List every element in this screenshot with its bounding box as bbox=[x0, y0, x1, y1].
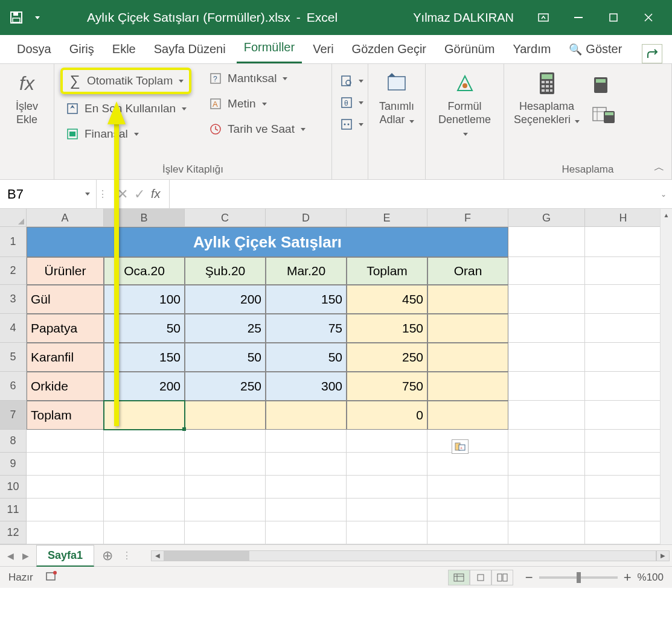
product-name[interactable]: Gül bbox=[27, 285, 104, 314]
cell[interactable] bbox=[427, 521, 508, 544]
ratio-cell[interactable] bbox=[427, 314, 508, 343]
cell[interactable] bbox=[585, 372, 662, 401]
cell[interactable] bbox=[266, 453, 347, 476]
logical-button[interactable]: ? Mantıksal bbox=[203, 68, 310, 89]
scroll-right-icon[interactable]: ▶ bbox=[656, 550, 670, 561]
autosum-button[interactable]: ∑ Otomatik Toplam bbox=[60, 68, 191, 94]
cell[interactable] bbox=[104, 430, 185, 453]
title-cell[interactable]: Aylık Çiçek Satışları bbox=[27, 227, 508, 257]
cell[interactable] bbox=[27, 430, 104, 453]
header-feb[interactable]: Şub.20 bbox=[185, 257, 266, 285]
cell[interactable] bbox=[347, 499, 427, 521]
cell[interactable] bbox=[427, 476, 508, 499]
data-cell[interactable]: 250 bbox=[185, 372, 266, 401]
name-box-resize[interactable]: ⋮ bbox=[97, 188, 109, 200]
cell[interactable] bbox=[585, 499, 662, 521]
name-box[interactable]: B7 bbox=[0, 180, 97, 208]
cell[interactable] bbox=[585, 343, 662, 372]
column-header-D[interactable]: D bbox=[266, 209, 347, 227]
math-button[interactable]: θ bbox=[338, 92, 362, 113]
cell[interactable] bbox=[585, 257, 662, 285]
total-mar[interactable] bbox=[266, 401, 347, 430]
cell[interactable] bbox=[347, 476, 427, 499]
cell[interactable] bbox=[508, 499, 585, 521]
row-header-1[interactable]: 1 bbox=[0, 227, 27, 257]
ratio-cell[interactable] bbox=[427, 372, 508, 401]
cell[interactable] bbox=[427, 499, 508, 521]
calc-options-button[interactable]: Hesaplama Seçenekleri bbox=[510, 68, 583, 129]
row-header-11[interactable]: 11 bbox=[0, 499, 27, 521]
data-cell[interactable]: 50 bbox=[104, 314, 185, 343]
cell[interactable] bbox=[585, 453, 662, 476]
product-name[interactable]: Orkide bbox=[27, 372, 104, 401]
save-icon[interactable] bbox=[6, 8, 27, 27]
data-cell[interactable]: 50 bbox=[185, 343, 266, 372]
header-total[interactable]: Toplam bbox=[347, 257, 427, 285]
formula-input[interactable] bbox=[170, 180, 655, 208]
sheet-tab-1[interactable]: Sayfa1 bbox=[36, 545, 94, 567]
header-ratio[interactable]: Oran bbox=[427, 257, 508, 285]
total-cell[interactable]: 750 bbox=[347, 372, 427, 401]
tab-search[interactable]: 🔍Göster bbox=[562, 36, 629, 63]
grand-total[interactable]: 0 bbox=[347, 401, 427, 430]
expand-formula-bar-button[interactable]: ⌄ bbox=[655, 190, 672, 199]
cell[interactable] bbox=[508, 257, 585, 285]
close-button[interactable] bbox=[631, 0, 666, 35]
collapse-ribbon-button[interactable]: ︿ bbox=[654, 160, 665, 174]
datetime-button[interactable]: Tarih ve Saat bbox=[203, 118, 310, 140]
row-header-7[interactable]: 7 bbox=[0, 401, 27, 430]
scroll-track[interactable] bbox=[164, 550, 656, 561]
column-header-B[interactable]: B bbox=[104, 209, 185, 227]
tab-formulas[interactable]: Formüller bbox=[237, 34, 302, 63]
cell[interactable] bbox=[266, 430, 347, 453]
total-cell[interactable]: 250 bbox=[347, 343, 427, 372]
scroll-thumb[interactable] bbox=[165, 551, 249, 561]
cell[interactable] bbox=[508, 372, 585, 401]
cell[interactable] bbox=[266, 499, 347, 521]
cell[interactable] bbox=[585, 476, 662, 499]
cell[interactable] bbox=[585, 314, 662, 343]
page-break-view-button[interactable] bbox=[491, 570, 513, 585]
row-header-9[interactable]: 9 bbox=[0, 453, 27, 476]
total-ratio[interactable] bbox=[427, 401, 508, 430]
cell[interactable] bbox=[508, 453, 585, 476]
cell[interactable] bbox=[185, 521, 266, 544]
minimize-button[interactable] bbox=[561, 0, 596, 35]
product-name[interactable]: Karanfil bbox=[27, 343, 104, 372]
column-header-F[interactable]: F bbox=[427, 209, 508, 227]
enter-icon[interactable]: ✓ bbox=[134, 186, 145, 202]
financial-button[interactable]: Finansal bbox=[60, 123, 191, 145]
tab-split-handle[interactable]: ⋮ bbox=[117, 550, 136, 561]
row-header-6[interactable]: 6 bbox=[0, 372, 27, 401]
tab-review[interactable]: Gözden Geçir bbox=[345, 36, 434, 63]
calc-now-button[interactable] bbox=[592, 76, 616, 97]
cell[interactable] bbox=[27, 453, 104, 476]
cell[interactable] bbox=[185, 499, 266, 521]
row-header-12[interactable]: 12 bbox=[0, 521, 27, 544]
data-cell[interactable]: 25 bbox=[185, 314, 266, 343]
macro-record-button[interactable] bbox=[45, 570, 59, 584]
cell[interactable] bbox=[347, 521, 427, 544]
normal-view-button[interactable] bbox=[448, 570, 470, 585]
product-name[interactable]: Papatya bbox=[27, 314, 104, 343]
cell[interactable] bbox=[508, 521, 585, 544]
cell[interactable] bbox=[508, 285, 585, 314]
column-header-A[interactable]: A bbox=[27, 209, 104, 227]
tab-insert[interactable]: Ekle bbox=[105, 36, 143, 63]
next-sheet-button[interactable]: ▶ bbox=[22, 551, 29, 561]
selected-cell-b7[interactable] bbox=[104, 401, 185, 430]
column-header-H[interactable]: H bbox=[585, 209, 662, 227]
data-cell[interactable]: 100 bbox=[104, 285, 185, 314]
ratio-cell[interactable] bbox=[427, 343, 508, 372]
formula-auditing-button[interactable]: Formül Denetleme bbox=[432, 68, 498, 142]
tab-file[interactable]: Dosya bbox=[10, 36, 59, 63]
cell[interactable] bbox=[266, 476, 347, 499]
cell[interactable] bbox=[347, 430, 427, 453]
insert-function-button[interactable]: fx İşlev Ekle bbox=[6, 68, 48, 129]
cell[interactable] bbox=[27, 499, 104, 521]
lookup-button[interactable] bbox=[338, 70, 362, 92]
cell[interactable] bbox=[508, 476, 585, 499]
fx-icon[interactable]: fx bbox=[151, 187, 161, 201]
cell[interactable] bbox=[508, 343, 585, 372]
cell[interactable] bbox=[508, 430, 585, 453]
